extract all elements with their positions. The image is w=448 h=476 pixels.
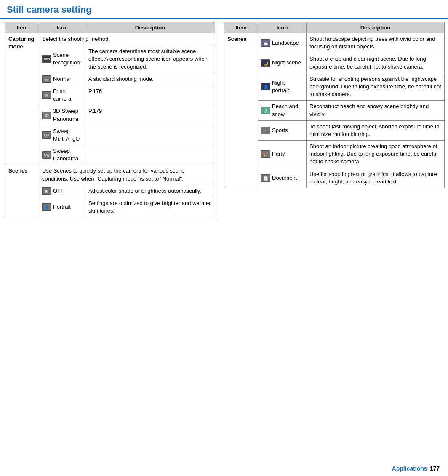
icon-cell: ◎ Front camera: [39, 85, 85, 105]
icon-inline: SW Sweep Panorama: [42, 147, 82, 162]
desc-cell: P.176: [85, 85, 215, 105]
right-col-icon: Icon: [258, 22, 307, 33]
scene-recognition-icon: SCN: [42, 55, 51, 63]
icon-label: Scene recognition: [53, 51, 82, 66]
desc-cell: The camera determines most suitable scen…: [85, 45, 215, 73]
content-wrapper: Item Icon Description Capturingmode Sele…: [0, 19, 448, 221]
right-col-item: Item: [224, 22, 258, 33]
front-camera-icon: ◎: [42, 91, 51, 99]
normal-icon: ▭: [42, 75, 51, 83]
3d-sweep-icon: 3D: [42, 112, 51, 119]
icon-cell: 🏖 Beach and snow: [258, 101, 307, 120]
sweep-multi-icon: MA: [42, 131, 51, 139]
icon-label: OFF: [53, 187, 64, 195]
icon-inline: 👤 Portrait: [42, 203, 82, 211]
left-table-container: Item Icon Description Capturingmode Sele…: [0, 19, 219, 221]
footer: Applications 177: [392, 465, 440, 472]
table-row: Capturingmode Select the shooting method…: [5, 33, 215, 45]
icon-inline: ◎ Front camera: [42, 88, 82, 103]
right-table: Item Icon Description Scenes 🏔 Landscape…: [224, 22, 445, 188]
icon-cell: 📄 Document: [258, 168, 307, 188]
icon-cell: 3D 3D Sweep Panorama: [39, 105, 85, 125]
icon-label: Night portrait: [272, 79, 303, 94]
party-icon: 🎉: [261, 150, 270, 158]
icon-cell: 🎉 Party: [258, 141, 307, 168]
right-table-container: Item Icon Description Scenes 🏔 Landscape…: [219, 19, 448, 221]
icon-label: Portrait: [53, 203, 71, 211]
night-scene-icon: 🌙: [261, 59, 270, 67]
colspan-desc: Use Scenes to quickly set up the camera …: [39, 165, 215, 185]
desc-cell: P.179: [85, 105, 215, 125]
night-portrait-icon: 👤: [261, 83, 270, 90]
desc-cell: To shoot fast-moving object, shorten exp…: [307, 120, 445, 140]
desc-cell: Suitable for shooting persons against th…: [307, 73, 445, 101]
left-table: Item Icon Description Capturingmode Sele…: [5, 22, 215, 217]
icon-cell: SW Sweep Panorama: [39, 145, 85, 165]
icon-label: Sports: [272, 127, 288, 134]
icon-cell: 🏃 Sports: [258, 120, 307, 140]
icon-label: Front camera: [53, 88, 82, 103]
icon-inline: 👤 Night portrait: [261, 79, 303, 94]
icon-cell: 👤 Night portrait: [258, 73, 307, 101]
icon-label: Normal: [53, 75, 71, 83]
desc-cell: Settings are optimized to give brighter …: [85, 197, 215, 217]
icon-cell: ▭ Normal: [39, 73, 85, 85]
left-col-item: Item: [5, 22, 39, 33]
icon-cell: ⊞ OFF: [39, 185, 85, 197]
icon-cell: MA Sweep Multi Angle: [39, 125, 85, 145]
icon-cell: 🏔 Landscape: [258, 33, 307, 53]
desc-cell: Shoot a crisp and clear night scene. Due…: [307, 53, 445, 73]
desc-cell: Shoot an indoor picture creating good at…: [307, 141, 445, 168]
sports-icon: 🏃: [261, 127, 270, 134]
icon-label: Night scene: [272, 59, 301, 66]
icon-label: Sweep Panorama: [53, 147, 82, 162]
desc-cell: Adjust color shade or brightness automat…: [85, 185, 215, 197]
left-col-desc: Description: [85, 22, 215, 33]
left-col-icon: Icon: [39, 22, 85, 33]
icon-cell: 🌙 Night scene: [258, 53, 307, 73]
portrait-icon: 👤: [42, 203, 51, 211]
item-cell: Capturingmode: [5, 33, 39, 165]
item-cell: Scenes: [5, 165, 39, 217]
page-title: Still camera setting: [0, 0, 448, 19]
page-number: 177: [430, 465, 440, 472]
icon-inline: 🏃 Sports: [261, 127, 303, 134]
icon-label: Sweep Multi Angle: [53, 128, 82, 143]
desc-cell: [85, 125, 215, 145]
icon-cell: 👤 Portrait: [39, 197, 85, 217]
document-icon: 📄: [261, 174, 270, 182]
icon-inline: 🏖 Beach and snow: [261, 103, 303, 118]
colspan-desc: Select the shooting method.: [39, 33, 215, 45]
icon-inline: 3D 3D Sweep Panorama: [42, 107, 82, 122]
icon-label: 3D Sweep Panorama: [53, 107, 82, 122]
applications-label: Applications: [392, 465, 427, 472]
icon-label: Party: [272, 150, 285, 158]
desc-cell: Reconstruct beach and snowy scene bright…: [307, 101, 445, 120]
icon-inline: 📄 Document: [261, 174, 303, 182]
icon-label: Landscape: [272, 39, 299, 47]
desc-cell: Shoot landscape depicting trees with viv…: [307, 33, 445, 53]
landscape-icon: 🏔: [261, 39, 270, 47]
icon-inline: SCN Scene recognition: [42, 51, 82, 66]
icon-label: Document: [272, 174, 297, 182]
icon-inline: 🌙 Night scene: [261, 59, 303, 66]
table-row: Scenes Use Scenes to quickly set up the …: [5, 165, 215, 185]
off-icon: ⊞: [42, 187, 51, 195]
icon-inline: 🏔 Landscape: [261, 39, 303, 47]
icon-label: Beach and snow: [272, 103, 303, 118]
icon-inline: MA Sweep Multi Angle: [42, 128, 82, 143]
desc-cell: [85, 145, 215, 165]
item-cell: Scenes: [224, 33, 258, 188]
desc-cell: Use for shooting text or graphics. It al…: [307, 168, 445, 188]
icon-inline: ⊞ OFF: [42, 187, 82, 195]
beach-snow-icon: 🏖: [261, 107, 270, 114]
desc-cell: A standard shooting mode.: [85, 73, 215, 85]
icon-inline: 🎉 Party: [261, 150, 303, 158]
sweep-pano-icon: SW: [42, 151, 51, 159]
icon-inline: ▭ Normal: [42, 75, 82, 83]
icon-cell: SCN Scene recognition: [39, 45, 85, 73]
right-col-desc: Description: [307, 22, 445, 33]
table-row: Scenes 🏔 Landscape Shoot landscape depic…: [224, 33, 445, 53]
